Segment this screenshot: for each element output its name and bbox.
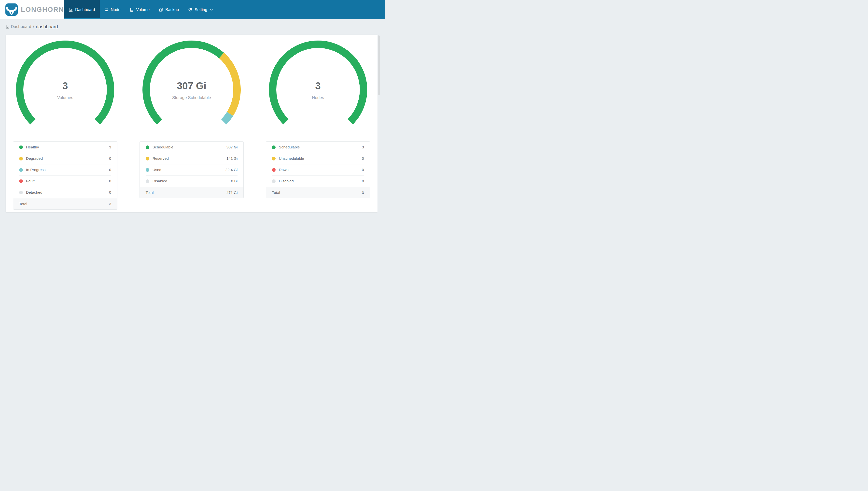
breadcrumb-separator: / [33,24,34,29]
legend-label: Degraded [26,156,109,161]
legend-value: 22.4 Gi [225,168,238,172]
status-color-dot [146,179,149,183]
nav-label: Node [111,7,120,12]
legend-total-row: Total471 Gi [140,187,244,198]
legend-label: Unschedulable [279,156,362,161]
legend-row: Schedulable3 [266,142,370,153]
nodes-legend-table: Schedulable3Unschedulable0Down0Disabled0… [266,141,370,198]
legend-label: Reserved [153,156,226,161]
legend-value: 0 [109,190,111,195]
legend-value: 0 [109,156,111,161]
gauge-segment [224,114,230,122]
chevron-down-icon [210,9,213,10]
total-value: 3 [109,202,111,206]
nav-label: Backup [165,7,179,12]
nav-tab-volume[interactable]: Volume [125,0,154,19]
brand-wordmark: LONGHORN [21,6,64,13]
gauge-segment [273,44,364,122]
legend-row: Used22.4 Gi [140,164,244,175]
legend-row: Reserved141 Gi [140,153,244,164]
legend-row: Disabled0 Bi [140,175,244,187]
legend-label: Detached [26,190,109,195]
legend-row: In Progress0 [13,164,117,175]
nav-tab-dashboard[interactable]: Dashboard [64,0,100,19]
legend-row: Degraded0 [13,153,117,164]
nav-tab-backup[interactable]: Backup [154,0,184,19]
storage-gauge: 307 Gi Storage Schedulable [143,40,241,139]
legend-value: 0 [362,168,364,172]
legend-value: 0 [109,179,111,183]
breadcrumb: Dashboard / dashboard [6,24,385,29]
status-color-dot [19,157,23,161]
copy-icon [159,8,163,12]
nodes-gauge: 3 Nodes [269,40,367,139]
nav-label: Dashboard [75,7,95,12]
longhorn-logo-icon [5,3,18,16]
status-color-dot [272,179,276,183]
status-color-dot [272,145,276,149]
legend-row: Healthy3 [13,142,117,153]
legend-total-row: Total3 [266,187,370,198]
legend-total-row: Total3 [13,198,117,209]
vertical-scrollbar-thumb[interactable] [378,35,380,95]
total-value: 471 Gi [226,191,238,195]
laptop-icon [104,8,108,12]
storage-legend-table: Schedulable307 GiReserved141 GiUsed22.4 … [140,141,244,198]
legend-value: 3 [109,145,111,149]
volumes-legend-table: Healthy3Degraded0In Progress0Fault0Detac… [13,141,117,210]
volumes-gauge: 3 Volumes [16,40,114,139]
status-color-dot [146,145,149,149]
logo-area[interactable]: LONGHORN [0,0,64,19]
storage-panel: 307 Gi Storage Schedulable Schedulable30… [140,40,244,210]
nav-menu-setting[interactable]: Setting [184,0,217,19]
gear-icon [188,8,192,12]
legend-row: Fault0 [13,175,117,187]
status-color-dot [272,168,276,172]
legend-value: 0 Bi [231,179,238,183]
legend-value: 0 [362,179,364,183]
legend-label: Schedulable [153,145,226,149]
gauge-grid: 3 Volumes Healthy3Degraded0In Progress0F… [6,35,377,210]
gauge-segment [221,56,237,114]
breadcrumb-root[interactable]: Dashboard [6,24,31,29]
gauge-segment [20,44,111,122]
total-label: Total [272,191,362,195]
legend-label: Fault [26,179,109,183]
legend-label: Healthy [26,145,109,149]
legend-label: Used [153,168,225,172]
status-color-dot [19,191,23,194]
legend-label: In Progress [26,168,109,172]
status-color-dot [19,145,23,149]
breadcrumb-root-label: Dashboard [11,24,31,29]
main-nav: Dashboard Node Volume Backup [64,0,218,19]
legend-value: 3 [362,145,364,149]
nav-label: Setting [194,7,207,12]
top-navbar: LONGHORN Dashboard Node [0,0,385,19]
legend-label: Disabled [279,179,362,183]
database-icon [130,8,134,12]
legend-row: Disabled0 [266,175,370,187]
status-color-dot [146,168,149,172]
total-label: Total [146,191,226,195]
volumes-panel: 3 Volumes Healthy3Degraded0In Progress0F… [13,40,117,210]
status-color-dot [19,179,23,183]
legend-row: Detached0 [13,187,117,198]
legend-label: Disabled [153,179,231,183]
breadcrumb-current: dashboard [36,24,58,29]
legend-label: Schedulable [279,145,362,149]
legend-row: Unschedulable0 [266,153,370,164]
gauge-segment [146,44,221,122]
legend-row: Down0 [266,164,370,175]
legend-value: 307 Gi [226,145,238,149]
legend-label: Down [279,168,362,172]
bar-chart-icon [6,25,9,29]
dashboard-panel: 3 Volumes Healthy3Degraded0In Progress0F… [6,35,377,212]
legend-row: Schedulable307 Gi [140,142,244,153]
nav-tab-node[interactable]: Node [100,0,125,19]
status-color-dot [272,157,276,161]
status-color-dot [146,157,149,161]
nodes-panel: 3 Nodes Schedulable3Unschedulable0Down0D… [266,40,370,210]
bar-chart-icon [69,8,73,12]
legend-value: 0 [362,156,364,161]
status-color-dot [19,168,23,172]
